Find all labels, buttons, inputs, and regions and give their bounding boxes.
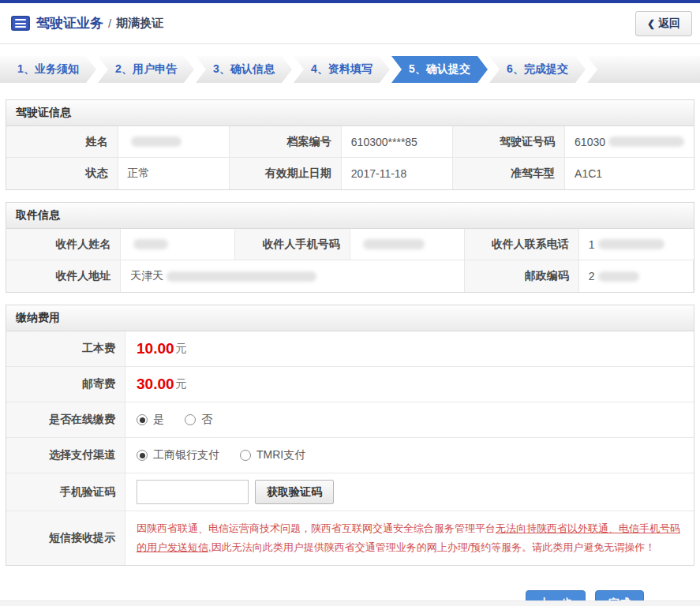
radio-option-no[interactable]: 否 (185, 413, 212, 427)
license-section-title: 驾驶证信息 (6, 100, 694, 126)
radio-label: 是 (153, 413, 164, 427)
tab-step-6[interactable]: 6、完成提交 (489, 56, 586, 83)
recipient-phone-value: 1 (579, 229, 694, 260)
production-fee-label: 工本费 (6, 331, 125, 366)
name-value (118, 126, 230, 158)
fee-row-production: 工本费 10.00 元 (6, 331, 694, 367)
page-header: 驾驶证业务 / 期满换证 ❮ 返回 (0, 3, 700, 44)
redacted-value (363, 239, 425, 249)
license-number-label: 驾驶证号码 (453, 126, 565, 158)
vehicle-class-label: 准驾车型 (453, 158, 565, 189)
redacted-value (131, 137, 182, 147)
tab-step-5[interactable]: 5、确认提交 (391, 56, 488, 83)
back-button[interactable]: ❮ 返回 (635, 11, 692, 36)
step-tabs-filler (587, 56, 700, 83)
redacted-value (167, 271, 316, 282)
postal-code-value: 2 (579, 260, 694, 292)
payment-channel-label: 选择支付渠道 (6, 438, 125, 473)
notice-part1: 因陕西省联通、电信运营商技术问题，陕西省互联网交通安全综合服务管理平台 (137, 522, 496, 534)
online-payment-options: 是 否 (125, 402, 694, 437)
recipient-address-label: 收件人地址 (6, 260, 121, 292)
notice-part3: 因此无法向此类用户提供陕西省交通管理业务的网上办理/预约等服务。请此类用户避免无… (211, 541, 656, 553)
radio-option-tmri[interactable]: TMRI支付 (240, 448, 305, 462)
pickup-info-section: 取件信息 收件人姓名 收件人手机号码 收件人联系电话 1 收件人地址 天津天 邮… (6, 202, 694, 293)
recipient-name-value (121, 229, 235, 260)
fee-row-postage: 邮寄费 30.00 元 (6, 367, 694, 402)
payment-section: 缴纳费用 工本费 10.00 元 邮寄费 30.00 元 是否在线缴费 是 (6, 305, 694, 566)
tab-step-2[interactable]: 2、用户申告 (98, 56, 194, 83)
radio-icon (185, 414, 196, 425)
sms-code-row: 手机验证码 获取验证码 (6, 473, 694, 511)
license-info-table: 姓名 档案编号 610300****85 驾驶证号码 61030 状态 正常 有… (6, 126, 694, 189)
list-icon (11, 16, 30, 31)
payment-channel-row: 选择支付渠道 工商银行支付 TMRI支付 (6, 438, 694, 473)
expiry-date-value: 2017-11-18 (342, 158, 454, 189)
pickup-section-title: 取件信息 (6, 203, 694, 229)
sms-notice-label: 短信接收提示 (6, 511, 125, 565)
radio-option-icbc[interactable]: 工商银行支付 (137, 448, 219, 462)
radio-icon (240, 450, 251, 461)
file-number-label: 档案编号 (230, 126, 342, 158)
main-content: 驾驶证信息 姓名 档案编号 610300****85 驾驶证号码 61030 状… (6, 99, 694, 606)
online-payment-row: 是否在线缴费 是 否 (6, 402, 694, 438)
radio-icon (137, 450, 148, 461)
redacted-value (608, 137, 684, 147)
radio-icon (137, 414, 148, 425)
vehicle-class-value: A1C1 (565, 158, 694, 189)
payment-channel-options: 工商银行支付 TMRI支付 (125, 438, 694, 473)
pickup-info-table: 收件人姓名 收件人手机号码 收件人联系电话 1 收件人地址 天津天 邮政编码 2 (6, 229, 694, 292)
sms-code-input[interactable] (137, 480, 249, 504)
postage-fee-label: 邮寄费 (6, 367, 125, 402)
status-label: 状态 (6, 158, 118, 189)
sms-notice-row: 短信接收提示 因陕西省联通、电信运营商技术问题，陕西省互联网交通安全综合服务管理… (6, 511, 694, 565)
sms-code-field-wrap: 获取验证码 (125, 473, 694, 511)
redacted-value (598, 271, 639, 282)
recipient-mobile-value (350, 229, 465, 260)
tab-step-1[interactable]: 1、业务须知 (0, 56, 96, 83)
online-payment-label: 是否在线缴费 (6, 402, 125, 437)
back-button-label: 返回 (658, 17, 680, 31)
breadcrumb-separator: / (108, 17, 111, 30)
step-tabs: 1、业务须知 2、用户申告 3、确认信息 4、资料填写 5、确认提交 6、完成提… (0, 56, 700, 83)
redacted-value (598, 239, 664, 249)
chevron-left-icon: ❮ (647, 18, 655, 29)
postage-fee-value: 30.00 元 (125, 367, 694, 402)
tab-step-4[interactable]: 4、资料填写 (294, 56, 390, 83)
name-label: 姓名 (6, 126, 118, 158)
radio-option-yes[interactable]: 是 (137, 413, 164, 427)
expiry-date-label: 有效期止日期 (230, 158, 342, 189)
production-fee-amount: 10.00 (137, 340, 174, 357)
production-fee-unit: 元 (176, 342, 187, 356)
sms-code-label: 手机验证码 (6, 473, 125, 511)
postage-fee-amount: 30.00 (137, 376, 174, 393)
radio-label: TMRI支付 (256, 448, 305, 462)
sms-notice-text: 因陕西省联通、电信运营商技术问题，陕西省互联网交通安全综合服务管理平台无法向持陕… (125, 511, 694, 565)
bottom-strip (0, 600, 700, 606)
get-sms-code-button[interactable]: 获取验证码 (255, 480, 334, 504)
tab-step-3[interactable]: 3、确认信息 (196, 56, 292, 83)
postal-code-label: 邮政编码 (465, 260, 579, 292)
file-number-value: 610300****85 (342, 126, 454, 158)
license-number-value: 61030 (565, 126, 694, 158)
license-info-section: 驾驶证信息 姓名 档案编号 610300****85 驾驶证号码 61030 状… (6, 99, 694, 190)
radio-label: 否 (201, 413, 212, 427)
payment-section-title: 缴纳费用 (6, 305, 694, 331)
recipient-mobile-label: 收件人手机号码 (235, 229, 350, 260)
recipient-name-label: 收件人姓名 (6, 229, 121, 260)
status-value: 正常 (118, 158, 230, 189)
breadcrumb-current: 期满换证 (116, 16, 163, 31)
production-fee-value: 10.00 元 (125, 331, 694, 366)
recipient-address-value: 天津天 (121, 260, 465, 292)
postage-fee-unit: 元 (176, 377, 187, 391)
radio-label: 工商银行支付 (153, 448, 219, 462)
page-title: 驾驶证业务 (36, 14, 103, 32)
redacted-value (133, 239, 168, 249)
recipient-phone-label: 收件人联系电话 (465, 229, 579, 260)
